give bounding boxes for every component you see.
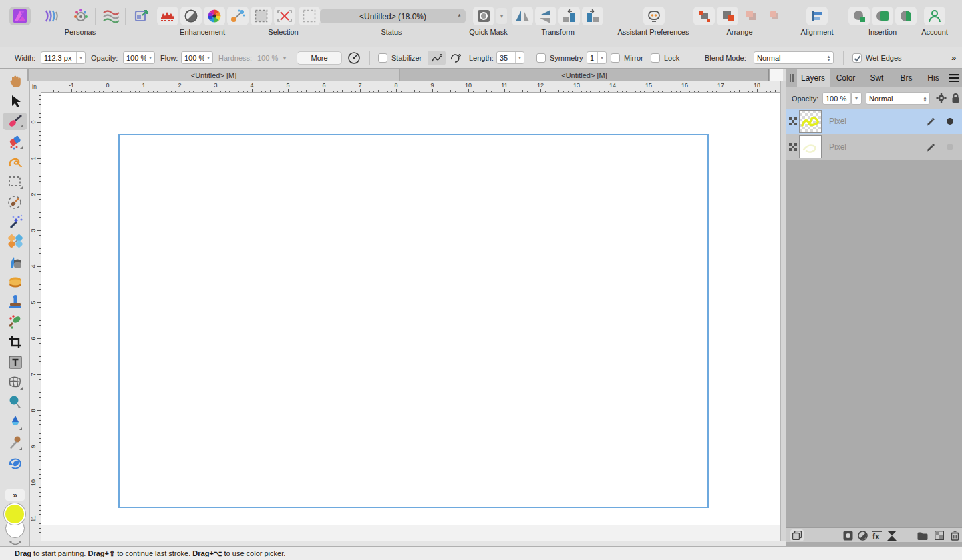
layer-drag-handle-icon[interactable] [789,143,797,151]
quick-mask-button[interactable] [473,7,494,25]
text-tool[interactable] [5,354,25,371]
lock-checkbox[interactable] [651,53,660,63]
toolbar-overflow-chevron[interactable]: » [951,53,956,63]
horizontal-scroll-track[interactable] [30,541,786,546]
auto-white-balance-button[interactable] [227,7,249,25]
fill-color-swatch[interactable] [4,503,25,525]
vertical-scroll-track[interactable] [780,81,786,541]
tab-color[interactable]: Color [830,69,862,87]
new-pixel-layer-button[interactable] [933,529,946,541]
account-button[interactable] [924,7,945,25]
deselect-button[interactable] [274,7,295,25]
chevron-down-icon[interactable]: ▾ [146,52,154,63]
layer-row-1[interactable]: Pixel [786,109,962,134]
panel-menu-button[interactable] [946,69,962,87]
status-document-title[interactable]: <Untitled> (18.0%) * [320,9,466,23]
paint-brush-tool[interactable] [3,113,27,130]
layer-visibility-toggle[interactable] [947,118,953,125]
flip-vertical-button[interactable] [535,7,556,25]
chevron-down-icon[interactable]: ▾ [515,52,524,63]
erase-brush-tool[interactable] [5,133,25,151]
delete-layer-button[interactable] [948,529,961,541]
layer-drag-handle-icon[interactable] [789,117,797,125]
layer-thumbnail[interactable] [799,135,822,158]
wet-edges-checkbox[interactable] [852,53,862,63]
adjustment-layer-button[interactable] [856,529,869,541]
crop-tool[interactable] [5,334,25,351]
mask-layer-button[interactable] [841,529,854,541]
auto-levels-button[interactable] [157,7,178,25]
flow-field[interactable]: 100 %▾ [181,51,213,64]
chevron-down-icon[interactable]: ▾ [76,52,85,63]
tools-expand-button[interactable]: » [5,489,25,501]
rope-stabilizer-button[interactable] [428,51,446,65]
paint-mixer-brush-tool[interactable] [5,254,25,271]
layer-effects-button[interactable]: fx [870,529,884,541]
alignment-button[interactable] [806,7,828,25]
sharpen-brush-tool[interactable] [5,414,25,431]
duplicate-layer-button[interactable] [790,529,804,541]
symmetry-count-field[interactable]: 1▾ [587,51,607,64]
chevron-down-icon[interactable]: ▾ [204,52,212,63]
auto-contrast-button[interactable] [180,7,202,25]
freehand-selection-tool[interactable] [5,154,25,171]
width-field[interactable]: 112.3 px▾ [41,51,86,64]
move-to-front-button[interactable] [693,7,715,25]
layer-row-2[interactable]: Pixel [786,134,962,160]
insert-on-top-button[interactable] [872,7,893,25]
marquee-selection-tool[interactable] [5,174,25,191]
tab-brushes[interactable]: Brs [891,69,921,87]
assistant-preferences-button[interactable] [643,7,665,25]
blend-mode-select[interactable]: Normal▴▾ [754,51,834,64]
symmetry-checkbox[interactable] [536,53,546,63]
move-to-back-button[interactable] [764,7,785,25]
layer-blend-mode-select[interactable]: Normal▴▾ [866,92,930,105]
layer-opacity-dropdown[interactable]: ▾ [851,92,862,105]
smudge-brush-tool[interactable] [5,434,25,451]
layer-visibility-toggle[interactable] [947,144,953,150]
canvas-viewport[interactable] [41,93,780,541]
liquify-persona-button[interactable] [100,7,122,25]
selection-brush-tool[interactable] [5,194,25,211]
develop-persona-button[interactable] [40,7,61,25]
panel-drag-handle[interactable] [786,69,797,87]
pattern-stamp-tool[interactable] [5,293,25,310]
hand-tool[interactable] [5,73,25,90]
chevron-down-icon[interactable]: ▾ [597,52,606,63]
document-tab-2[interactable]: <Untitled> [M] [400,69,769,81]
mesh-warp-tool[interactable] [5,374,25,391]
flood-select-tool[interactable] [5,214,25,231]
quick-mask-dropdown[interactable]: ▾ [496,8,507,24]
more-button[interactable]: More [297,51,342,65]
move-forward-button[interactable] [717,7,738,25]
stabilizer-checkbox[interactable] [378,53,387,63]
clone-brush-tool[interactable] [5,274,25,291]
tab-history[interactable]: His [921,69,945,87]
tab-layers[interactable]: Layers [797,69,830,87]
select-all-button[interactable] [251,7,272,25]
tone-mapping-persona-button[interactable] [70,7,92,25]
colour-replacement-brush-tool[interactable] [5,314,25,331]
live-filter-button[interactable] [885,529,899,541]
move-backward-button[interactable] [740,7,762,25]
tab-swatches[interactable]: Swt [862,69,891,87]
blur-brush-tool[interactable] [5,394,25,411]
photo-persona-button[interactable] [9,7,31,25]
auto-colour-button[interactable] [204,7,225,25]
export-persona-button[interactable] [131,7,152,25]
rotate-clockwise-button[interactable] [582,7,603,25]
rotate-counterclockwise-button[interactable] [558,7,580,25]
group-layers-button[interactable] [916,529,929,541]
layer-settings-gear-icon[interactable] [936,93,947,103]
move-tool[interactable] [5,93,25,110]
layer-opacity-field[interactable]: 100 % [822,92,850,105]
document-tab-1[interactable]: <Untitled> [M] [29,69,399,81]
layer-thumbnail[interactable] [799,110,822,133]
opacity-field[interactable]: 100 %▾ [123,51,155,64]
window-stabilizer-button[interactable] [446,51,464,65]
flip-horizontal-button[interactable] [512,7,533,25]
layer-lock-icon[interactable] [951,93,960,103]
mirror-checkbox[interactable] [611,53,620,63]
insert-inside-button[interactable] [895,7,917,25]
insert-behind-button[interactable] [848,7,870,25]
